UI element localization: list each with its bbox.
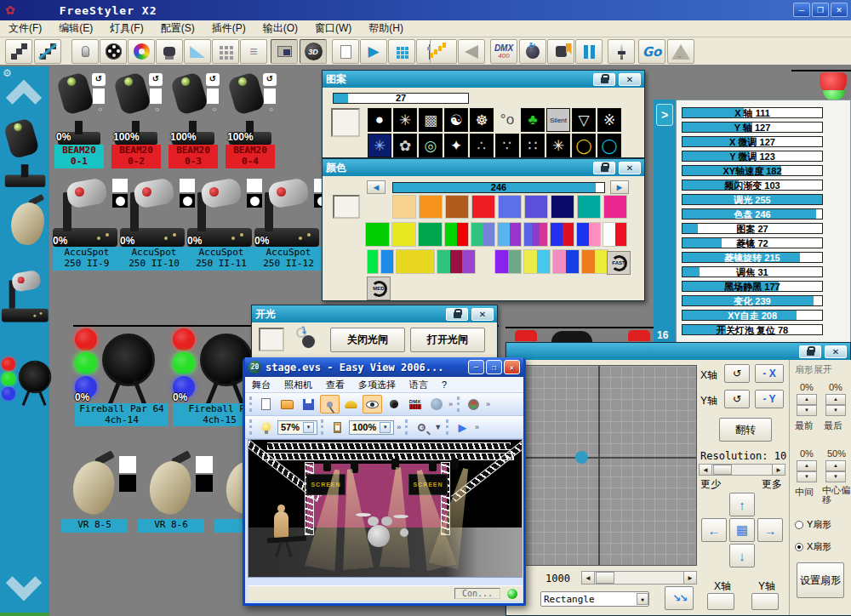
gobo-slider[interactable]: 27 [333, 93, 469, 104]
color-swatch[interactable] [392, 195, 416, 219]
fixture-BEAM20-0-4[interactable]: ↺○100%BEAM20 0-4 [226, 73, 277, 145]
gobo-rings[interactable]: °o [495, 108, 519, 132]
color-swatch-split[interactable] [437, 249, 476, 274]
color-swatch-split[interactable] [581, 249, 608, 274]
channel-slider-图案[interactable]: 图案 27 [682, 223, 823, 234]
easyview-menu-[interactable]: ? [435, 379, 454, 391]
toolbar-handle[interactable] [321, 419, 324, 435]
color-swatch-split[interactable] [444, 222, 469, 247]
pad-left-button[interactable]: ← [701, 518, 727, 542]
fixture-AccuSpot-250II-11[interactable]: 0%AccuSpot 250 II-11 [187, 179, 262, 247]
new-file-icon[interactable] [256, 395, 276, 414]
channel-slider-菱镜旋转[interactable]: 菱镜旋转 215 [682, 252, 823, 263]
gobo-preview[interactable] [119, 475, 136, 492]
eye-icon[interactable] [363, 395, 382, 414]
rgb-indicator[interactable] [173, 352, 195, 374]
overflow-icon[interactable]: ▼ [434, 423, 442, 431]
play-camera-icon[interactable]: ▶ [453, 418, 472, 436]
fixture-label[interactable]: Fireball Par 64 4ch-14 [75, 403, 168, 426]
channel-slider-菱镜[interactable]: 菱镜 72 [682, 237, 823, 248]
scroll-up-icon[interactable] [6, 80, 42, 116]
channel-slider-Y微调[interactable]: Y 微调 123 [682, 151, 823, 162]
color-swatch-split[interactable] [418, 222, 443, 247]
channel-slider-开关灯泡复位[interactable]: 开关灯泡 复位 78 [682, 324, 823, 335]
gobo-preview[interactable] [93, 88, 105, 104]
color-slider[interactable]: 246 [392, 182, 605, 193]
easyview-menu-[interactable]: 查看 [319, 378, 351, 392]
rgb-indicator[interactable] [2, 387, 15, 401]
sphere-icon[interactable] [426, 395, 446, 414]
easyview-menu-[interactable]: 照相机 [277, 378, 319, 392]
rotate-icon[interactable]: ↺ [149, 73, 163, 86]
color-swatch-split[interactable] [380, 249, 394, 274]
y-lock-button[interactable]: ↺ [724, 390, 750, 408]
overflow-icon[interactable]: » [475, 423, 479, 431]
color-swatch[interactable] [419, 195, 443, 219]
toolbar-handle[interactable] [457, 396, 460, 412]
x-lock-button[interactable]: ↺ [724, 364, 750, 383]
zoom-select[interactable]: 100%▼ [349, 420, 394, 435]
maximize-button[interactable]: ❐ [486, 360, 502, 374]
rgb-indicator[interactable] [2, 372, 15, 385]
open-shutter-button[interactable]: 打开光闸 [410, 328, 485, 352]
gobo-blue-nebula[interactable]: ✳ [368, 134, 391, 157]
color-swatch-split[interactable] [367, 249, 379, 274]
gobo-stipple[interactable]: ▩ [419, 108, 443, 132]
color-swatch-split[interactable] [471, 222, 495, 247]
toolbar-handle[interactable] [446, 419, 449, 435]
channel-slider-调光[interactable]: 调光 255 [682, 194, 823, 205]
set-fan-button[interactable]: 设置扇形 [797, 562, 844, 598]
color-swatch[interactable] [471, 195, 495, 219]
close-icon[interactable]: ✕ [825, 345, 847, 358]
channel-slider-调焦[interactable]: 调焦 31 [682, 266, 823, 277]
xy-pad[interactable] [522, 365, 697, 566]
flip-button[interactable]: 翻转 [719, 418, 772, 442]
fixture-BEAM20-0-1[interactable]: ↺○0%BEAM20 0-1 [54, 73, 106, 145]
gobo-dots3[interactable]: ∷ [521, 134, 545, 157]
color-prev-button[interactable]: ◄ [367, 180, 386, 194]
fixture-label[interactable]: BEAM20 0-4 [226, 145, 275, 168]
shutter-blank-button[interactable] [259, 328, 284, 351]
fan-front-stepper[interactable]: ▲▼ [797, 394, 817, 416]
color-window-titlebar[interactable]: 颜色 ✕ [323, 159, 644, 176]
color-speed-fast-icon[interactable]: FAST [607, 251, 631, 275]
rgb-indicator[interactable] [75, 352, 97, 374]
channel-slider-频闪渐变[interactable]: 频闪渐变 103 [682, 180, 823, 191]
pin-icon[interactable] [320, 395, 340, 414]
resolution-scrollbar[interactable]: ◄► [699, 464, 785, 476]
easyview-titlebar[interactable]: 20 stage.evs - Easy View 2006... ─ ❐ ✕ [245, 357, 523, 377]
pad-center-button[interactable]: ▦ [729, 518, 755, 542]
overflow-icon[interactable]: » [397, 423, 401, 431]
color-swatch-split[interactable] [576, 222, 601, 247]
toolbar-handle[interactable] [249, 419, 253, 435]
rgb-indicator[interactable] [2, 357, 15, 371]
lock-icon[interactable] [799, 345, 821, 358]
color-swatch[interactable] [524, 195, 548, 219]
gobo-triangle[interactable]: ▽ [572, 108, 596, 132]
shape-select[interactable]: Rectangle ▼ [540, 591, 649, 607]
color-preview[interactable] [119, 456, 136, 473]
rotate-icon[interactable]: ↺ [263, 73, 277, 86]
sidebar-thumb-beam20[interactable] [2, 119, 50, 187]
color-open-button[interactable] [333, 195, 360, 219]
color-swatch-split[interactable] [396, 249, 435, 274]
color-swatch[interactable] [445, 195, 469, 219]
easyview-menu-[interactable]: 语言 [403, 378, 435, 392]
fixture-label[interactable]: AccuSpot 250 II-11 [187, 247, 255, 271]
fixture-label[interactable]: BEAM20 0-2 [111, 145, 161, 168]
gobo-wheel[interactable]: ☸ [470, 108, 494, 132]
fixture-AccuSpot-250II-10[interactable]: 0%AccuSpot 250 II-10 [120, 179, 195, 247]
color-next-button[interactable]: ► [610, 180, 629, 194]
close-shutter-button[interactable]: 关闭光闸 [330, 328, 405, 352]
channel-slider-X微调[interactable]: X 微调 127 [682, 136, 823, 147]
toolbar-handle[interactable] [405, 419, 408, 435]
gobo-preview[interactable] [150, 88, 162, 104]
gobo-pinwheel2[interactable]: ✦ [444, 134, 468, 157]
color-preview[interactable] [196, 456, 213, 473]
fixture-label[interactable]: BEAM20 0-1 [54, 145, 104, 168]
fixture-VR8-6[interactable]: VR 8-6 [138, 453, 213, 519]
close-icon[interactable]: ✕ [471, 308, 494, 321]
gobo-ring-cyan[interactable]: ◯ [597, 134, 621, 157]
channel-slider-XY轴速度[interactable]: XY轴速度 182 [682, 165, 823, 176]
color-swatch[interactable] [603, 195, 627, 219]
